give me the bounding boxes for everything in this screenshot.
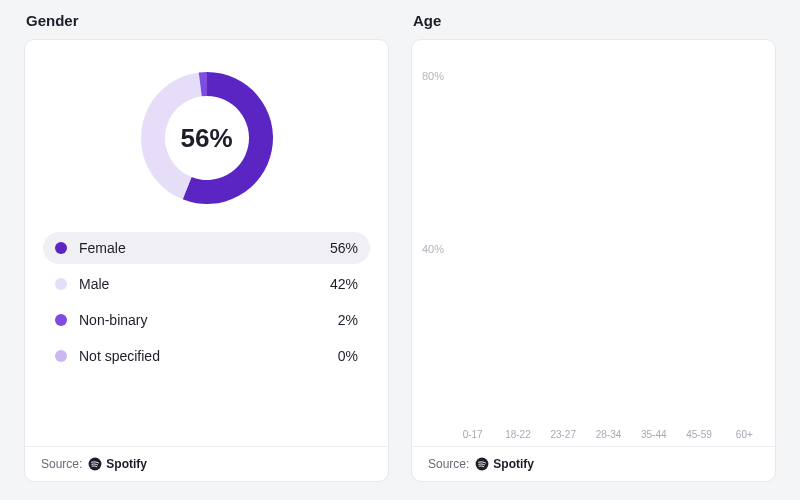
- gender-card: 56% Female56%Male42%Non-binary2%Not spec…: [24, 39, 389, 482]
- legend-label: Male: [79, 276, 330, 292]
- legend-value: 56%: [330, 240, 358, 256]
- legend-label: Not specified: [79, 348, 338, 364]
- source-brand-text: Spotify: [106, 457, 147, 471]
- legend-row[interactable]: Male42%: [43, 268, 370, 300]
- age-panel: Age 80%40% 0-1718-2223-2728-3435-4445-59…: [411, 12, 776, 482]
- legend-value: 2%: [338, 312, 358, 328]
- x-tick-label: 35-44: [637, 429, 670, 440]
- x-tick-label: 28-34: [592, 429, 625, 440]
- legend-swatch: [55, 278, 67, 290]
- age-card: 80%40% 0-1718-2223-2728-3435-4445-5960+ …: [411, 39, 776, 482]
- x-tick-label: 23-27: [547, 429, 580, 440]
- source-brand: Spotify: [88, 457, 147, 471]
- legend-label: Non-binary: [79, 312, 338, 328]
- gender-title: Gender: [24, 12, 389, 29]
- spotify-icon: [88, 457, 102, 471]
- source-brand: Spotify: [475, 457, 534, 471]
- age-x-axis: 0-1718-2223-2728-3435-4445-5960+: [456, 423, 761, 440]
- legend-row[interactable]: Not specified0%: [43, 340, 370, 372]
- donut-center-value: 56%: [180, 123, 232, 154]
- x-tick-label: 0-17: [456, 429, 489, 440]
- age-source: Source: Spotify: [412, 446, 775, 481]
- x-tick-label: 60+: [728, 429, 761, 440]
- gender-donut: 56%: [25, 40, 388, 232]
- gender-source: Source: Spotify: [25, 446, 388, 481]
- x-tick-label: 18-22: [501, 429, 534, 440]
- age-bar-chart: 80%40% 0-1718-2223-2728-3435-4445-5960+: [412, 40, 775, 446]
- source-label: Source:: [41, 457, 82, 471]
- legend-swatch: [55, 314, 67, 326]
- y-tick-label: 40%: [422, 243, 444, 255]
- gender-legend: Female56%Male42%Non-binary2%Not specifie…: [25, 232, 388, 372]
- source-label: Source:: [428, 457, 469, 471]
- legend-label: Female: [79, 240, 330, 256]
- age-plot-area: 80%40%: [456, 54, 761, 423]
- legend-value: 42%: [330, 276, 358, 292]
- x-tick-label: 45-59: [682, 429, 715, 440]
- legend-row[interactable]: Non-binary2%: [43, 304, 370, 336]
- gender-panel: Gender 56% Female56%Male42%Non-binary2%N…: [24, 12, 389, 482]
- spotify-icon: [475, 457, 489, 471]
- legend-swatch: [55, 242, 67, 254]
- legend-row[interactable]: Female56%: [43, 232, 370, 264]
- age-title: Age: [411, 12, 776, 29]
- y-tick-label: 80%: [422, 70, 444, 82]
- source-brand-text: Spotify: [493, 457, 534, 471]
- legend-value: 0%: [338, 348, 358, 364]
- legend-swatch: [55, 350, 67, 362]
